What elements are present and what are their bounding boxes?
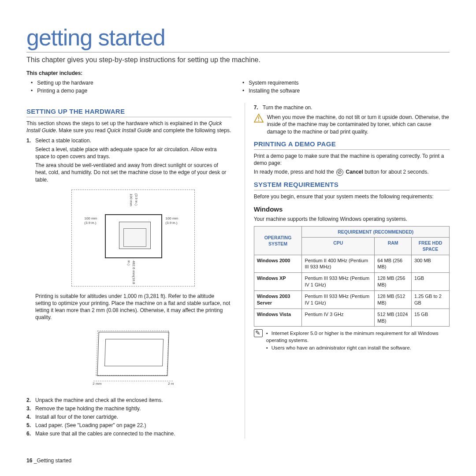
step-number: 3. xyxy=(26,405,35,412)
list-item: Installing the software xyxy=(242,87,450,95)
warning-text: When you move the machine, do not tilt o… xyxy=(267,114,450,135)
step-text: Remove the tape holding the machine tigh… xyxy=(35,405,231,412)
demo-instruction: In ready mode, press and hold the Cancel… xyxy=(254,168,450,176)
step-head: Select a stable location. xyxy=(35,137,231,144)
requirements-table: OPERATING SYSTEM REQUIREMENT (RECOMMENDE… xyxy=(254,226,450,327)
section-heading-demo: PRINTING A DEMO PAGE xyxy=(254,140,450,149)
note-icon xyxy=(254,329,263,337)
step-number: 2. xyxy=(26,397,35,404)
page-subtitle: This chapter gives you step-by-step inst… xyxy=(26,56,450,64)
includes-left-list: Setting up the hardware Printing a demo … xyxy=(26,79,238,95)
step-text: Make sure that all the cables are connec… xyxy=(35,430,231,437)
step-text: Install all four of the toner cartridge. xyxy=(35,413,231,420)
th-os: OPERATING SYSTEM xyxy=(254,227,302,255)
includes-right-list: System requirements Installing the softw… xyxy=(238,79,450,95)
demo-text: Print a demo page to make sure that the … xyxy=(254,152,450,167)
th-ram: RAM xyxy=(375,238,412,255)
step-text: Load paper. (See "Loading paper" on page… xyxy=(35,422,231,429)
step-text: Turn the machine on. xyxy=(263,104,450,111)
section-rule xyxy=(26,117,231,117)
list-item: Printing a demo page xyxy=(31,87,238,95)
includes-label: This chapter includes: xyxy=(26,70,450,76)
step-number: 1. xyxy=(26,137,35,395)
table-row: Windows VistaPentium IV 3 GHz512 MB (102… xyxy=(254,309,449,327)
list-item: Setting up the hardware xyxy=(31,79,238,87)
list-item: Users who have an administrator right ca… xyxy=(266,345,450,352)
step-number: 7. xyxy=(254,104,263,111)
printer-iso-icon xyxy=(97,332,169,376)
subheading-windows: Windows xyxy=(254,205,450,214)
list-item: System requirements xyxy=(242,79,450,87)
notes-list: Internet Explorer 5.0 or higher is the m… xyxy=(266,329,450,353)
level-figure: 2 mm 2 m xyxy=(80,327,186,389)
table-row: Windows 2003 ServerPentium III 933 MHz (… xyxy=(254,290,449,309)
table-row: Windows 2000Pentium II 400 MHz (Pentium … xyxy=(254,255,449,273)
section-heading-hardware: SETTING UP THE HARDWARE xyxy=(26,107,231,116)
step-text: The area should be well-ventilated and a… xyxy=(35,162,231,183)
page-title: getting started xyxy=(26,24,450,51)
step-number: 5. xyxy=(26,422,35,429)
list-item: Internet Explorer 5.0 or higher is the m… xyxy=(266,330,450,344)
section-heading-sysreq: SYSTEM REQUIREMENTS xyxy=(254,180,450,189)
svg-point-2 xyxy=(258,120,259,121)
th-hdd: FREE HDD SPACE xyxy=(412,238,450,255)
windows-support-text: Your machine supports the following Wind… xyxy=(254,216,450,223)
warning-icon xyxy=(254,114,264,123)
section-rule xyxy=(254,190,450,190)
title-rule xyxy=(26,52,450,52)
table-row: Windows XPPentium III 933 MHz (Pentium I… xyxy=(254,273,449,291)
cancel-icon xyxy=(336,169,343,176)
th-cpu: CPU xyxy=(302,238,375,255)
clearance-figure: 100 mm (3.9 in.) 100 mm (3.9 in.) 100 mm… xyxy=(71,190,195,286)
section-rule xyxy=(254,149,450,150)
sysreq-intro: Before you begin, ensure that your syste… xyxy=(254,193,450,200)
page-footer: 16 _Getting started xyxy=(26,457,71,464)
th-req: REQUIREMENT (RECOMMENDED) xyxy=(302,227,450,238)
printer-top-icon xyxy=(105,214,162,258)
step-number: 4. xyxy=(26,413,35,420)
altitude-note: Printing is suitable for altitudes under… xyxy=(35,293,231,321)
step-number: 6. xyxy=(26,430,35,437)
step-text: Unpack the machine and check all the enc… xyxy=(35,397,231,404)
hardware-intro: This section shows the steps to set up t… xyxy=(26,120,231,134)
step-text: Select a level, stable place with adequa… xyxy=(35,146,231,160)
